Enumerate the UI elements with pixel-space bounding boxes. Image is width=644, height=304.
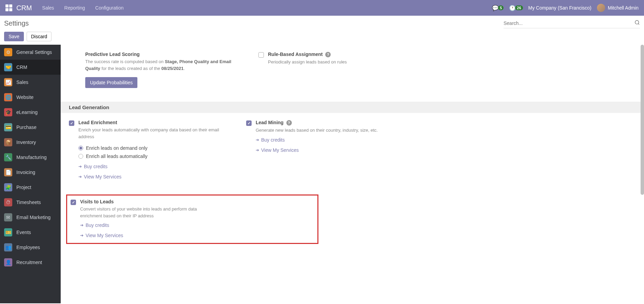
sidebar-item-label: Purchase xyxy=(16,125,36,130)
discard-button[interactable]: Discard xyxy=(27,32,51,41)
puzzle-icon: 🧩 xyxy=(4,183,12,191)
sidebar-item-website[interactable]: 🌐 Website xyxy=(0,90,61,105)
card-icon: 💳 xyxy=(4,123,12,131)
sidebar-item-purchase[interactable]: 💳 Purchase xyxy=(0,120,61,135)
lead-enrich-view-services-link[interactable]: ➔ View My Services xyxy=(78,173,233,181)
sidebar-item-employees[interactable]: 👥 Employees xyxy=(0,240,61,255)
sidebar-item-manufacturing[interactable]: 🔧 Manufacturing xyxy=(0,150,61,165)
chat-badge: 5 xyxy=(498,5,504,10)
sidebar-item-recruitment[interactable]: 👤 Recruitment xyxy=(0,255,61,270)
handshake-icon: 🤝 xyxy=(4,63,12,71)
activities-badge: 26 xyxy=(515,5,523,10)
search-area xyxy=(504,18,640,28)
lead-generation-row: Lead Enrichment Enrich your leads automa… xyxy=(61,113,644,194)
globe-icon: 🌐 xyxy=(4,93,12,101)
sidebar-item-inventory[interactable]: 📦 Inventory xyxy=(0,135,61,150)
scrollbar[interactable] xyxy=(641,45,644,195)
sidebar-item-crm[interactable]: 🤝 CRM xyxy=(0,60,61,75)
svg-point-0 xyxy=(635,20,639,24)
sidebar-item-sales[interactable]: 📈 Sales xyxy=(0,75,61,90)
lead-mining-view-services-link[interactable]: ➔ View My Services xyxy=(256,146,410,154)
chart-icon: 📈 xyxy=(4,78,12,86)
arrow-right-icon: ➔ xyxy=(256,137,259,142)
content-area: Predictive Lead Scoring The success rate… xyxy=(61,45,644,303)
sidebar-item-label: Events xyxy=(16,230,31,235)
wrench-icon: 🔧 xyxy=(4,153,12,161)
predictive-title: Predictive Lead Scoring xyxy=(85,52,245,57)
envelope-icon: ✉ xyxy=(4,213,12,221)
visits-to-leads-title: Visits to Leads xyxy=(80,199,314,204)
sidebar-item-label: Timesheets xyxy=(16,200,41,205)
save-button[interactable]: Save xyxy=(4,32,24,41)
clock-icon: 🕐 xyxy=(509,5,516,11)
sidebar-item-timesheets[interactable]: ⏱ Timesheets xyxy=(0,195,61,210)
main-layout: ⚙ General Settings 🤝 CRM 📈 Sales 🌐 Websi… xyxy=(0,45,644,303)
nav-chat[interactable]: 💬 5 xyxy=(492,5,504,11)
visits-view-services-link[interactable]: ➔ View My Services xyxy=(80,231,314,240)
visits-buy-credits-link[interactable]: ➔ Buy credits xyxy=(80,221,314,229)
lead-mining-buy-credits-link[interactable]: ➔ Buy credits xyxy=(256,136,410,144)
sidebar-item-project[interactable]: 🧩 Project xyxy=(0,180,61,195)
radio-enrich-auto[interactable]: Enrich all leads automatically xyxy=(78,152,233,160)
sidebar-item-general-settings[interactable]: ⚙ General Settings xyxy=(0,45,61,60)
lead-mining-setting: Lead Mining ? Generate new leads based o… xyxy=(246,120,410,181)
sidebar-item-label: Inventory xyxy=(16,140,36,145)
sidebar-item-label: CRM xyxy=(16,64,27,70)
nav-user-name: Mitchell Admin xyxy=(608,5,639,11)
nav-user-menu[interactable]: Mitchell Admin xyxy=(597,4,639,12)
predictive-desc: The success rate is computed based on St… xyxy=(85,58,245,72)
nav-menu-configuration[interactable]: Configuration xyxy=(95,5,123,11)
visits-to-leads-highlighted: Visits to Leads Convert visitors of your… xyxy=(66,194,318,244)
sidebar-item-elearning[interactable]: 🎓 eLearning xyxy=(0,105,61,120)
nav-menu-sales[interactable]: Sales xyxy=(42,5,54,11)
sidebar-item-label: Email Marketing xyxy=(16,215,50,220)
graduation-icon: 🎓 xyxy=(4,108,12,116)
arrow-right-icon: ➔ xyxy=(78,164,82,169)
predictive-lead-scoring-setting: Predictive Lead Scoring The success rate… xyxy=(81,52,245,88)
page-title: Settings xyxy=(4,19,29,27)
nav-activities[interactable]: 🕐 26 xyxy=(509,5,523,11)
sidebar-item-invoicing[interactable]: 📄 Invoicing xyxy=(0,165,61,180)
avatar xyxy=(597,4,605,12)
sidebar-item-email-marketing[interactable]: ✉ Email Marketing xyxy=(0,210,61,225)
search-input[interactable] xyxy=(504,20,634,26)
sidebar-item-label: Employees xyxy=(16,245,40,250)
sub-header: Settings xyxy=(0,16,644,28)
settings-top-row: Predictive Lead Scoring The success rate… xyxy=(61,45,644,102)
sidebar-item-label: Manufacturing xyxy=(16,155,47,160)
sidebar-item-label: eLearning xyxy=(16,110,38,115)
lead-enrichment-radio-group: Enrich leads on demand only Enrich all l… xyxy=(78,144,233,160)
rule-assign-desc: Periodically assign leads based on rules xyxy=(268,59,422,66)
action-bar: Save Discard xyxy=(0,28,644,45)
document-icon: 📄 xyxy=(4,168,12,176)
stopwatch-icon: ⏱ xyxy=(4,198,12,206)
rule-assign-title: Rule-Based Assignment ? xyxy=(268,52,422,57)
lead-mining-title: Lead Mining ? xyxy=(256,120,410,126)
nav-brand[interactable]: CRM xyxy=(16,4,32,12)
update-probabilities-button[interactable]: Update Probabilities xyxy=(85,77,137,88)
nav-company[interactable]: My Company (San Francisco) xyxy=(528,5,591,11)
lead-enrichment-title: Lead Enrichment xyxy=(78,120,233,125)
sidebar-item-events[interactable]: 🎫 Events xyxy=(0,225,61,240)
lead-enrichment-checkbox[interactable] xyxy=(69,120,74,126)
lead-enrich-buy-credits-link[interactable]: ➔ Buy credits xyxy=(78,162,233,171)
arrow-right-icon: ➔ xyxy=(80,233,84,238)
apps-icon[interactable] xyxy=(5,4,12,11)
radio-enrich-on-demand[interactable]: Enrich leads on demand only xyxy=(78,144,233,152)
nav-menu-reporting[interactable]: Reporting xyxy=(64,5,85,11)
search-icon[interactable] xyxy=(634,20,640,27)
chat-icon: 💬 xyxy=(492,5,499,11)
lead-mining-checkbox[interactable] xyxy=(246,120,252,126)
lead-mining-desc: Generate new leads based on their countr… xyxy=(256,127,410,134)
help-icon[interactable]: ? xyxy=(286,120,292,126)
help-icon[interactable]: ? xyxy=(325,52,331,57)
sidebar-item-label: Invoicing xyxy=(16,170,35,175)
rule-based-assignment-setting: Rule-Based Assignment ? Periodically ass… xyxy=(258,52,422,88)
arrow-right-icon: ➔ xyxy=(256,148,259,153)
rule-assign-checkbox[interactable] xyxy=(258,52,264,58)
sidebar-item-label: Project xyxy=(16,185,31,190)
visits-to-leads-checkbox[interactable] xyxy=(71,200,76,205)
nav-right: 💬 5 🕐 26 My Company (San Francisco) Mitc… xyxy=(492,4,639,12)
lead-enrichment-setting: Lead Enrichment Enrich your leads automa… xyxy=(69,120,233,181)
nav-menu: Sales Reporting Configuration xyxy=(42,5,124,11)
